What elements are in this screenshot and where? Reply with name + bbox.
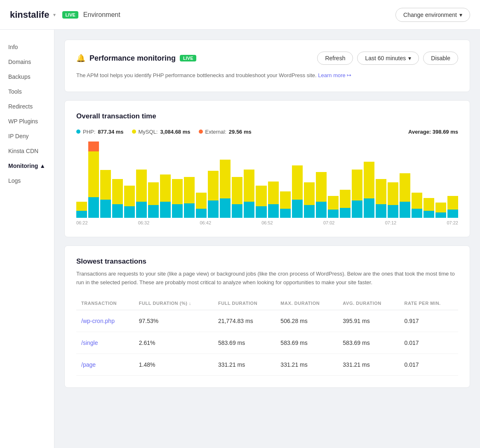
sidebar-item-backups[interactable]: Backups <box>0 69 54 84</box>
bar-php <box>208 200 219 218</box>
col-transaction: TRANSACTION <box>76 297 134 310</box>
bar-php <box>184 203 195 218</box>
layout: Info Domains Backups Tools Redirects WP … <box>0 30 480 448</box>
bar-group <box>268 141 279 218</box>
php-label: PHP: <box>83 129 95 135</box>
sidebar-item-kinsta-cdn[interactable]: Kinsta CDN <box>0 144 54 158</box>
disable-label: Disable <box>431 55 450 61</box>
bar-mysql <box>124 186 135 206</box>
header: kinstalife ▾ LIVE Environment Change env… <box>0 0 480 30</box>
bar-php <box>328 210 339 218</box>
sidebar-item-wp-plugins[interactable]: WP Plugins <box>0 114 54 129</box>
sidebar-item-info[interactable]: Info <box>0 40 54 54</box>
bar-php <box>268 204 279 218</box>
bar-mysql <box>292 165 303 200</box>
mysql-value: 3,084.68 ms <box>160 129 190 135</box>
change-environment-button[interactable]: Change environment ▾ <box>395 8 470 22</box>
bar-php <box>148 205 159 218</box>
bar-mysql <box>412 193 422 209</box>
table-row: /wp-cron.php97.53%21,774.83 ms506.28 ms3… <box>76 310 458 332</box>
bar-mysql <box>244 170 254 202</box>
bar-mysql <box>76 202 87 211</box>
sidebar-item-monitoring[interactable]: Monitoring ▲ <box>0 158 54 173</box>
disable-button[interactable]: Disable <box>423 52 458 65</box>
transaction-link[interactable]: /page <box>76 354 134 376</box>
chart-average: Average: 398.69 ms <box>408 129 458 135</box>
learn-more-link[interactable]: Learn more ↦ <box>318 72 351 78</box>
full-duration: 331.21 ms <box>213 354 275 376</box>
full-duration: 21,774.83 ms <box>213 310 275 332</box>
bar-group <box>316 141 327 218</box>
transactions-body: /wp-cron.php97.53%21,774.83 ms506.28 ms3… <box>76 310 458 376</box>
bar-mysql <box>172 179 183 204</box>
col-full-duration-pct[interactable]: FULL DURATION (%) ↓ <box>134 297 213 310</box>
bar-mysql <box>328 196 339 210</box>
legend-php: PHP: 877.34 ms <box>76 129 124 135</box>
slowest-transactions-title: Slowest transactions <box>76 257 458 266</box>
bar-php <box>352 200 362 218</box>
bar-mysql <box>304 182 315 205</box>
performance-actions: Refresh Last 60 minutes ▾ Disable <box>317 52 458 65</box>
max-duration: 583.69 ms <box>275 332 338 354</box>
bar-mysql <box>316 172 327 202</box>
sidebar-item-redirects[interactable]: Redirects <box>0 99 54 114</box>
refresh-button[interactable]: Refresh <box>317 52 353 65</box>
chart-x-label: 07:22 <box>447 220 458 225</box>
full-duration: 583.69 ms <box>213 332 275 354</box>
bar-group <box>88 141 99 218</box>
transaction-link[interactable]: /wp-cron.php <box>76 310 134 332</box>
bar-group <box>364 141 374 218</box>
bar-group <box>100 141 111 218</box>
performance-title-row: 🔔 Performance monitoring LIVE <box>76 54 196 63</box>
max-duration: 506.28 ms <box>275 310 338 332</box>
bar-mysql <box>100 170 111 200</box>
table-row: /page1.48%331.21 ms331.21 ms331.21 ms0.0… <box>76 354 458 376</box>
bar-mysql <box>352 170 362 200</box>
bar-php <box>376 204 386 218</box>
bar-php <box>447 210 458 218</box>
bar-group <box>112 141 123 218</box>
transaction-link[interactable]: /single <box>76 332 134 354</box>
bar-php <box>136 202 147 218</box>
bar-mysql <box>256 186 266 206</box>
full-duration-pct: 2.61% <box>134 332 213 354</box>
table-row: /single2.61%583.69 ms583.69 ms583.69 ms0… <box>76 332 458 354</box>
chart-x-label: 06:42 <box>200 220 211 225</box>
time-range-label: Last 60 minutes <box>365 55 406 61</box>
time-range-button[interactable]: Last 60 minutes ▾ <box>357 52 419 65</box>
chart-x-label: 07:02 <box>323 220 335 225</box>
live-badge: LIVE <box>62 11 78 19</box>
bar-php <box>76 211 87 218</box>
sidebar-item-logs[interactable]: Logs <box>0 173 54 188</box>
change-environment-label: Change environment <box>403 12 457 18</box>
header-left: kinstalife ▾ LIVE Environment <box>10 9 120 20</box>
bar-group <box>124 141 135 218</box>
bar-php <box>232 204 242 218</box>
bar-group <box>172 141 183 218</box>
chevron-down-icon: ▾ <box>408 55 411 61</box>
logo: kinstalife <box>10 9 49 20</box>
bell-icon: 🔔 <box>76 54 85 63</box>
bar-group <box>136 141 147 218</box>
bar-php <box>112 204 123 218</box>
sidebar-item-ip-deny[interactable]: IP Deny <box>0 129 54 144</box>
bar-group <box>292 141 303 218</box>
logo-caret-icon[interactable]: ▾ <box>53 12 56 18</box>
bar-group <box>352 141 362 218</box>
bar-mysql <box>435 203 446 212</box>
sidebar-item-domains[interactable]: Domains <box>0 54 54 69</box>
sidebar-item-tools[interactable]: Tools <box>0 84 54 99</box>
bar-php <box>280 209 291 218</box>
external-dot <box>199 130 203 134</box>
bar-php <box>172 204 183 218</box>
performance-description: The APM tool helps you identify PHP perf… <box>76 71 458 80</box>
full-duration-pct: 97.53% <box>134 310 213 332</box>
bar-php <box>124 206 135 218</box>
php-value: 877.34 ms <box>98 129 123 135</box>
bar-mysql <box>136 170 147 202</box>
bar-mysql <box>148 182 159 205</box>
bar-mysql <box>388 182 398 205</box>
col-avg-duration: AVG. DURATION <box>338 297 399 310</box>
chevron-down-icon: ▾ <box>459 12 462 18</box>
avg-duration: 331.21 ms <box>338 354 399 376</box>
